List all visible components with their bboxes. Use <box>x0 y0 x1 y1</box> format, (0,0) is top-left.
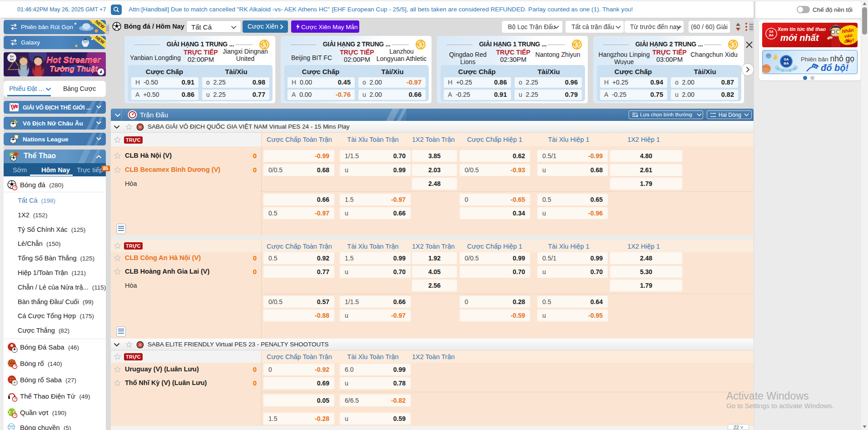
svg-text:$: $ <box>263 42 266 48</box>
svg-text:$: $ <box>575 42 579 48</box>
svg-text:BA: BA <box>769 34 774 37</box>
svg-text:$: $ <box>732 42 735 48</box>
svg-text:SA: SA <box>784 57 789 61</box>
svg-text:$: $ <box>419 42 422 48</box>
svg-text:BA: BA <box>784 61 789 65</box>
svg-text:SA: SA <box>769 30 774 33</box>
svg-text:BA: BA <box>10 58 14 61</box>
svg-text:SA: SA <box>10 55 14 58</box>
